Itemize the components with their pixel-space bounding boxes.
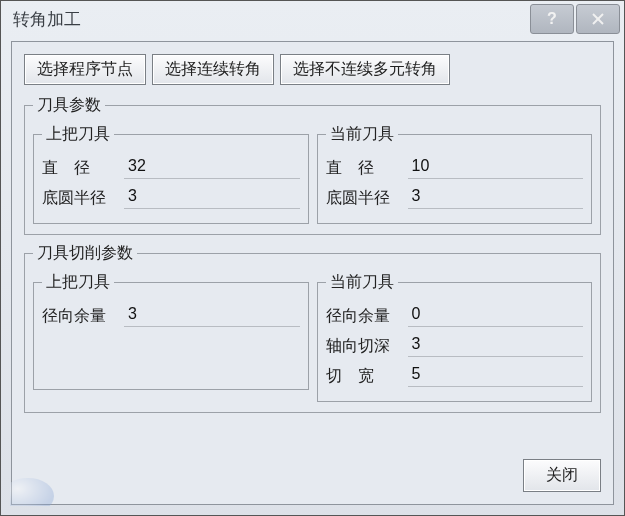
top-button-row: 选择程序节点 选择连续转角 选择不连续多元转角 (24, 54, 601, 85)
select-continuous-corner-button[interactable]: 选择连续转角 (152, 54, 274, 85)
prev-cutting-legend: 上把刀具 (42, 272, 114, 293)
current-tool-group: 当前刀具 直 径 10 底圆半径 3 (317, 124, 593, 224)
axial-depth-label: 轴向切深 (326, 336, 408, 357)
current-cut-width-row: 切 宽 5 (326, 361, 584, 391)
current-axial-depth-input[interactable]: 3 (408, 335, 584, 357)
current-cutting-group: 当前刀具 径向余量 0 轴向切深 3 切 宽 5 (317, 272, 593, 402)
dialog-footer: 关闭 (24, 451, 601, 492)
select-discontinuous-multi-corner-button[interactable]: 选择不连续多元转角 (280, 54, 450, 85)
current-axial-depth-row: 轴向切深 3 (326, 331, 584, 361)
prev-tool-legend: 上把刀具 (42, 124, 114, 145)
bottom-radius-label: 底圆半径 (42, 188, 124, 209)
radial-allowance-label: 径向余量 (326, 306, 408, 327)
current-tool-diameter-input[interactable]: 10 (408, 157, 584, 179)
cutting-params-group: 刀具切削参数 上把刀具 径向余量 3 当前刀具 径向余量 0 (24, 243, 601, 413)
radial-allowance-label: 径向余量 (42, 306, 124, 327)
prev-tool-group: 上把刀具 直 径 32 底圆半径 3 (33, 124, 309, 224)
current-tool-bottom-radius-row: 底圆半径 3 (326, 183, 584, 213)
prev-tool-bottom-radius-input[interactable]: 3 (124, 187, 300, 209)
current-tool-legend: 当前刀具 (326, 124, 398, 145)
select-program-node-button[interactable]: 选择程序节点 (24, 54, 146, 85)
tool-params-group: 刀具参数 上把刀具 直 径 32 底圆半径 3 当前刀具 直 (24, 95, 601, 235)
diameter-label: 直 径 (42, 158, 124, 179)
close-icon (591, 12, 605, 26)
prev-tool-diameter-row: 直 径 32 (42, 153, 300, 183)
bottom-radius-label: 底圆半径 (326, 188, 408, 209)
window-close-button[interactable] (576, 4, 620, 34)
dialog-window: 转角加工 ? 选择程序节点 选择连续转角 选择不连续多元转角 刀具参数 上把刀具… (0, 0, 625, 516)
client-area: 选择程序节点 选择连续转角 选择不连续多元转角 刀具参数 上把刀具 直 径 32… (11, 41, 614, 505)
current-tool-diameter-row: 直 径 10 (326, 153, 584, 183)
prev-tool-diameter-input[interactable]: 32 (124, 157, 300, 179)
prev-radial-allowance-row: 径向余量 3 (42, 301, 300, 331)
prev-tool-bottom-radius-row: 底圆半径 3 (42, 183, 300, 213)
help-button[interactable]: ? (530, 4, 574, 34)
help-icon: ? (547, 10, 557, 28)
current-cutting-legend: 当前刀具 (326, 272, 398, 293)
tool-params-legend: 刀具参数 (33, 95, 105, 116)
titlebar: 转角加工 ? (1, 1, 624, 37)
prev-cutting-group: 上把刀具 径向余量 3 (33, 272, 309, 390)
window-title: 转角加工 (13, 8, 528, 31)
cutting-params-legend: 刀具切削参数 (33, 243, 137, 264)
current-radial-allowance-input[interactable]: 0 (408, 305, 584, 327)
diameter-label: 直 径 (326, 158, 408, 179)
prev-radial-allowance-input[interactable]: 3 (124, 305, 300, 327)
current-radial-allowance-row: 径向余量 0 (326, 301, 584, 331)
cut-width-label: 切 宽 (326, 366, 408, 387)
current-tool-bottom-radius-input[interactable]: 3 (408, 187, 584, 209)
close-button[interactable]: 关闭 (523, 459, 601, 492)
current-cut-width-input[interactable]: 5 (408, 365, 584, 387)
